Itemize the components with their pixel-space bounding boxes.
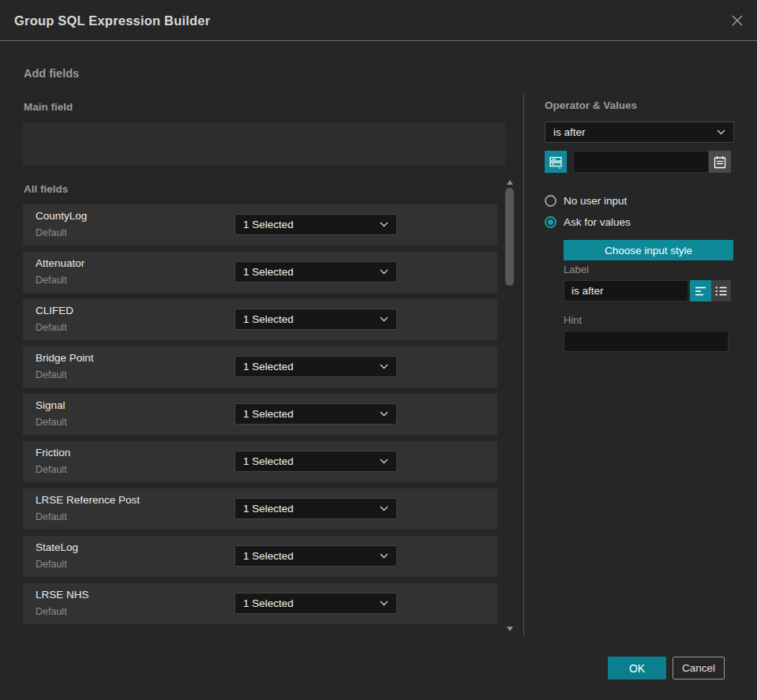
field-row: SignalDefault1 Selected — [23, 394, 497, 435]
date-value-input[interactable] — [573, 151, 709, 173]
field-row: LRSE NHSDefault1 Selected — [23, 583, 497, 624]
main-field-panel: CountyLog | Default To Date — [23, 122, 505, 165]
selected-count-label: 1 Selected — [243, 361, 294, 372]
all-fields-label: All fields — [24, 183, 68, 195]
radio-checked-icon — [545, 216, 557, 228]
radio-ask-for-values[interactable]: Ask for values — [545, 215, 631, 228]
selected-count-label: 1 Selected — [243, 503, 294, 515]
field-subtitle: Default — [36, 322, 67, 333]
cancel-button[interactable]: Cancel — [673, 657, 725, 679]
chevron-down-icon — [373, 553, 388, 559]
field-subtitle: Default — [36, 227, 67, 238]
single-value-style-toggle[interactable] — [690, 280, 711, 301]
field-name: LRSE Reference Post — [36, 494, 140, 506]
field-row: CLIFEDDefault1 Selected — [23, 299, 497, 340]
field-name: Attenuator — [36, 257, 84, 269]
all-fields-scrollbar[interactable] — [504, 178, 516, 633]
chevron-down-icon — [373, 364, 388, 369]
field-subtitle: Default — [36, 511, 67, 522]
radio-no-user-input[interactable]: No user input — [545, 194, 627, 207]
hint-field-input[interactable] — [564, 331, 729, 352]
operator-select[interactable]: is after — [545, 122, 734, 143]
chevron-down-icon — [373, 506, 388, 511]
field-subtitle: Default — [36, 369, 67, 380]
field-values-select[interactable]: 1 Selected — [234, 214, 397, 235]
selected-count-label: 1 Selected — [243, 266, 294, 278]
field-subtitle: Default — [36, 464, 67, 475]
radio-ask-for-values-label: Ask for values — [564, 216, 631, 228]
calendar-icon — [714, 155, 726, 169]
field-values-select[interactable]: 1 Selected — [234, 498, 397, 519]
selected-count-label: 1 Selected — [243, 550, 294, 562]
field-values-select[interactable]: 1 Selected — [234, 261, 397, 283]
field-subtitle: Default — [36, 559, 67, 570]
field-name: Signal — [36, 399, 66, 411]
field-values-select[interactable]: 1 Selected — [234, 403, 397, 425]
radio-no-user-input-label: No user input — [564, 195, 627, 207]
field-subtitle: Default — [36, 606, 67, 617]
selected-count-label: 1 Selected — [243, 455, 294, 467]
chevron-down-icon — [373, 269, 388, 275]
radio-unchecked-icon — [545, 195, 557, 207]
chevron-down-icon — [373, 459, 388, 464]
ok-button[interactable]: OK — [608, 657, 666, 679]
bulleted-list-icon — [715, 286, 727, 297]
field-subtitle: Default — [36, 275, 67, 286]
scrollbar-thumb[interactable] — [505, 188, 514, 286]
field-values-select[interactable]: 1 Selected — [234, 593, 397, 614]
close-button[interactable] — [725, 9, 749, 32]
field-values-select[interactable]: 1 Selected — [234, 451, 397, 472]
chevron-down-icon — [710, 129, 725, 135]
chevron-down-icon — [373, 411, 388, 417]
chevron-down-icon — [373, 601, 388, 606]
dialog-title: Group SQL Expression Builder — [14, 0, 210, 41]
field-row: AttenuatorDefault1 Selected — [23, 252, 497, 293]
field-values-select[interactable]: 1 Selected — [234, 545, 397, 567]
selected-count-label: 1 Selected — [243, 597, 294, 609]
list-style-toggle[interactable] — [711, 280, 731, 301]
field-row: StateLogDefault1 Selected — [23, 536, 497, 577]
operator-select-value: is after — [553, 126, 586, 138]
field-row: LRSE Reference PostDefault1 Selected — [23, 489, 497, 530]
chevron-down-icon — [373, 316, 388, 322]
value-source-icon — [549, 155, 563, 169]
field-values-select[interactable]: 1 Selected — [234, 356, 397, 377]
scroll-up-arrow[interactable] — [507, 180, 513, 185]
field-name: StateLog — [36, 541, 78, 553]
hint-field-label: Hint — [564, 314, 582, 326]
field-row: CountyLogDefault1 Selected — [23, 204, 497, 245]
selected-count-label: 1 Selected — [243, 219, 294, 230]
label-field-input[interactable] — [564, 280, 688, 301]
field-name: CountyLog — [36, 210, 87, 222]
field-row: FrictionDefault1 Selected — [23, 441, 497, 482]
operator-values-heading: Operator & Values — [545, 99, 637, 111]
align-left-icon — [695, 286, 707, 297]
field-name: Bridge Point — [36, 352, 94, 364]
selected-count-label: 1 Selected — [243, 313, 294, 325]
selected-count-label: 1 Selected — [243, 408, 294, 420]
field-values-select[interactable]: 1 Selected — [234, 309, 397, 330]
field-subtitle: Default — [36, 417, 67, 428]
scroll-down-arrow[interactable] — [507, 627, 513, 631]
dialog-titlebar: Group SQL Expression Builder — [0, 0, 757, 41]
column-divider — [523, 93, 524, 635]
date-picker-button[interactable] — [709, 151, 731, 173]
field-name: Friction — [36, 447, 70, 459]
field-row: Bridge PointDefault1 Selected — [23, 346, 497, 387]
field-name: LRSE NHS — [36, 589, 89, 601]
label-field-label: Label — [564, 264, 589, 275]
main-field-label: Main field — [24, 101, 73, 113]
chevron-down-icon — [373, 222, 388, 227]
close-icon — [730, 13, 744, 28]
value-source-button[interactable] — [545, 151, 567, 173]
field-name: CLIFED — [36, 305, 73, 316]
choose-input-style-button[interactable]: Choose input style — [564, 240, 733, 260]
add-fields-heading: Add fields — [24, 67, 79, 80]
